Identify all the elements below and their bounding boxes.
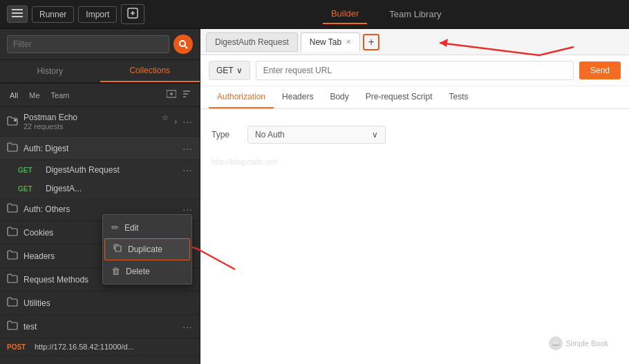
expand-arrow-icon[interactable]: › [174, 117, 177, 126]
request-digestauth-more-icon[interactable]: ··· [182, 164, 193, 175]
search-input[interactable] [7, 35, 169, 53]
collection-test[interactable]: test ··· [0, 315, 200, 338]
folder-cookies-icon [7, 227, 18, 238]
right-panel: DigestAuth Request New Tab ✕ + GET ∨ Sen… [200, 29, 629, 364]
collection-echo-info: Postman Echo ☆ 22 requests [24, 113, 169, 131]
topbar-nav: Builder Team Library [150, 4, 622, 24]
sidebar-search-area [0, 29, 200, 60]
watermark-icon: 📖 [549, 336, 563, 350]
sidebar-toggle-button[interactable] [7, 6, 28, 23]
request-post-url: http://172.16.58.42:11000/d... [35, 343, 193, 351]
sidebar-filter-bar: All Me Team [0, 84, 200, 107]
tab-new-label: New Tab [310, 37, 341, 47]
watermark-text: Simple Book [565, 339, 608, 347]
folder-open-icon [7, 142, 18, 154]
duplicate-icon [113, 244, 122, 255]
svg-point-6 [180, 41, 185, 46]
request-digesta[interactable]: GET DigestA... [0, 180, 200, 198]
context-edit-label: Edit [124, 223, 139, 233]
collection-auth-digest: Auth: Digest ··· GET DigestAuth Request … [0, 137, 200, 198]
svg-rect-2 [12, 16, 23, 17]
auth-panel: Type No Auth ∨ http://blog.csdn.net/ [200, 109, 629, 364]
import-button[interactable]: Import [78, 6, 117, 23]
tab-digestauth-request[interactable]: DigestAuth Request [206, 32, 298, 52]
auth-watermark-text: http://blog.csdn.net/ [212, 157, 618, 166]
tab-digestauth-label: DigestAuth Request [215, 37, 289, 47]
filter-team[interactable]: Team [48, 90, 73, 101]
folder-test-icon [7, 320, 18, 332]
collection-auth-digest-name: Auth: Digest [24, 144, 177, 153]
main-layout: History Collections All Me Team [0, 29, 629, 364]
request-digestauth[interactable]: GET DigestAuth Request ··· [0, 160, 200, 180]
auth-digest-more-icon[interactable]: ··· [182, 143, 193, 154]
collections-tab[interactable]: Collections [100, 60, 200, 82]
folder-utilities-icon [7, 297, 18, 309]
filter-tags: All Me Team [7, 90, 72, 101]
nav-tab-headers[interactable]: Headers [274, 86, 321, 108]
collection-more-icon[interactable]: ··· [182, 116, 193, 127]
add-collection-button[interactable] [165, 88, 178, 102]
context-menu-duplicate[interactable]: Duplicate [104, 238, 190, 260]
test-more-icon[interactable]: ··· [182, 321, 193, 332]
svg-line-7 [185, 46, 188, 49]
request-digesta-name: DigestA... [46, 184, 193, 193]
svg-point-14 [14, 119, 17, 122]
svg-rect-0 [12, 9, 23, 10]
context-delete-label: Delete [126, 267, 150, 276]
method-select[interactable]: GET ∨ [209, 61, 250, 80]
add-tab-button[interactable]: + [363, 34, 379, 50]
sidebar: History Collections All Me Team [0, 29, 200, 364]
request-digestauth-name: DigestAuth Request [46, 165, 177, 175]
auth-type-label: Type [212, 130, 239, 140]
nav-tab-tests[interactable]: Tests [440, 86, 476, 108]
collection-auth-digest-header[interactable]: Auth: Digest ··· [0, 137, 200, 160]
auth-type-value: No Auth [255, 130, 285, 140]
context-menu-delete[interactable]: 🗑 Delete [103, 261, 191, 281]
search-button[interactable] [173, 35, 193, 54]
request-nav-tabs: Authorization Headers Body Pre-request S… [200, 86, 629, 109]
sort-button[interactable] [180, 88, 193, 102]
context-duplicate-label: Duplicate [128, 245, 162, 254]
filter-me[interactable]: Me [26, 90, 42, 101]
topbar: Runner Import Builder Team Library [0, 0, 629, 29]
nav-tab-pre-request-script[interactable]: Pre-request Script [357, 86, 441, 108]
url-bar: GET ∨ Send [200, 55, 629, 86]
nav-tab-authorization[interactable]: Authorization [209, 86, 274, 108]
auth-type-select[interactable]: No Auth ∨ [247, 126, 386, 144]
tab-new-tab[interactable]: New Tab ✕ [301, 32, 360, 52]
nav-tab-body[interactable]: Body [321, 86, 357, 108]
collection-auth-others-name: Auth: Others [24, 204, 177, 214]
get-method-badge: GET [18, 166, 40, 174]
collection-echo-name: Postman Echo [24, 113, 158, 122]
post-method-badge: POST [7, 343, 29, 351]
runner-button[interactable]: Runner [32, 6, 74, 23]
history-tab[interactable]: History [0, 60, 100, 82]
svg-rect-15 [115, 246, 121, 251]
get-method-badge-2: GET [18, 185, 40, 193]
trash-icon: 🗑 [111, 266, 120, 276]
builder-tab[interactable]: Builder [323, 4, 367, 24]
collection-postman-echo[interactable]: Postman Echo ☆ 22 requests › ··· [0, 107, 200, 137]
context-menu: ✏ Edit Duplicate 🗑 Delete [102, 214, 192, 285]
filter-all[interactable]: All [7, 90, 21, 101]
method-chevron-icon: ∨ [236, 66, 243, 75]
context-menu-edit[interactable]: ✏ Edit [103, 218, 191, 238]
filter-actions [165, 88, 193, 102]
topbar-left: Runner Import [7, 4, 144, 24]
request-tabs-bar: DigestAuth Request New Tab ✕ + [200, 29, 629, 55]
auth-others-more-icon[interactable]: ··· [182, 204, 193, 215]
folder-headers-icon [7, 250, 18, 262]
sidebar-tabs: History Collections [0, 60, 200, 84]
request-post-entry[interactable]: POST http://172.16.58.42:11000/d... [0, 338, 200, 356]
send-button[interactable]: Send [579, 61, 621, 79]
new-tab-button[interactable] [121, 4, 144, 24]
team-library-tab[interactable]: Team Library [381, 4, 449, 24]
star-icon[interactable]: ☆ [162, 113, 169, 122]
tab-close-icon[interactable]: ✕ [346, 38, 351, 46]
svg-rect-1 [12, 12, 23, 14]
watermark: 📖 Simple Book [549, 336, 608, 350]
edit-icon: ✏ [111, 222, 119, 233]
url-input[interactable] [256, 61, 574, 80]
method-label: GET [216, 66, 234, 75]
collection-utilities[interactable]: Utilities [0, 291, 200, 315]
